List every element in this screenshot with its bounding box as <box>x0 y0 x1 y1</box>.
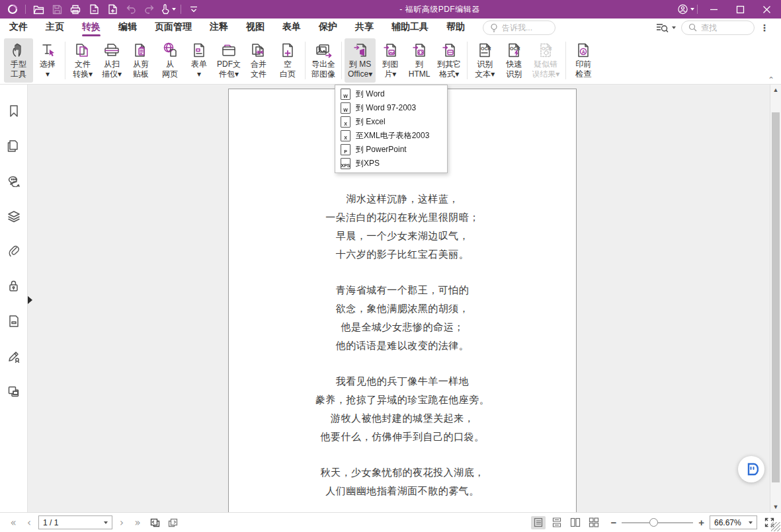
page-thumbnails-icon[interactable] <box>6 138 22 154</box>
redo-icon[interactable] <box>141 1 158 17</box>
to-other-format-button[interactable]: 到其它 格式▾ <box>434 38 464 83</box>
blank-page-button[interactable]: 空 白页 <box>273 38 302 83</box>
single-page-view-button[interactable] <box>531 516 546 529</box>
from-clipboard-button[interactable]: 从剪 贴板 <box>126 38 155 83</box>
continuous-view-button[interactable] <box>550 516 564 529</box>
close-button[interactable] <box>753 0 780 19</box>
menu-item-to-word[interactable]: W 到 Word <box>335 87 447 101</box>
search-icon <box>688 23 697 32</box>
menu-item-to-excel[interactable]: X 到 Excel <box>335 115 447 129</box>
tell-me-input[interactable] <box>502 23 548 32</box>
tab-home[interactable]: 主页 <box>46 19 64 36</box>
chevron-down-icon <box>672 26 676 29</box>
tab-comment[interactable]: 注释 <box>210 19 228 36</box>
tab-convert[interactable]: 转换 <box>82 19 101 36</box>
maximize-button[interactable] <box>727 0 753 19</box>
hand-tool-button[interactable]: 手型 工具 <box>4 38 33 83</box>
expand-panel-arrow[interactable] <box>28 296 32 304</box>
excel-file-icon: X <box>341 130 350 141</box>
separator <box>181 5 181 14</box>
collapse-ribbon-icon[interactable]: ⌃ <box>768 76 774 84</box>
xps-file-icon: XPS <box>341 158 350 169</box>
scrollbar-thumb[interactable] <box>772 112 780 482</box>
find-search[interactable] <box>681 20 755 35</box>
touch-mode-icon[interactable] <box>159 1 177 17</box>
facing-continuous-view-button[interactable] <box>587 516 601 529</box>
poem-line: 欲念，象他满腮浓黑的胡须， <box>229 299 576 318</box>
tab-accessibility[interactable]: 辅助工具 <box>391 19 429 36</box>
ai-assistant-button[interactable] <box>738 456 764 482</box>
tab-protect[interactable]: 保护 <box>319 19 337 36</box>
zoom-slider[interactable] <box>622 522 693 523</box>
tab-file[interactable]: 文件 <box>9 19 28 36</box>
menu-item-to-xml-spreadsheet-2003[interactable]: X 至XML电子表格2003 <box>335 129 447 143</box>
destinations-icon[interactable] <box>6 313 22 329</box>
account-icon[interactable] <box>677 1 694 17</box>
customize-toolbar-icon[interactable] <box>185 1 202 17</box>
security-icon[interactable] <box>6 278 22 294</box>
from-scanner-icon <box>103 41 120 59</box>
menu-item-to-xps[interactable]: XPS 到XPS <box>335 157 447 171</box>
form-button[interactable]: 表单 ▾ <box>185 38 214 83</box>
recognize-text-button[interactable]: OCR 识别 文本▾ <box>470 38 499 83</box>
from-web-button[interactable]: 从 网页 <box>155 38 185 83</box>
minimize-button[interactable] <box>700 0 727 19</box>
print-icon[interactable] <box>67 1 84 17</box>
signatures-icon[interactable] <box>6 348 22 364</box>
menu-item-to-word-97-2003[interactable]: W 到 Word 97-2003 <box>335 101 447 115</box>
vertical-scrollbar[interactable]: ▲ ▼ <box>770 85 781 512</box>
zoom-level-select[interactable]: 66.67% <box>710 515 757 529</box>
zoom-in-button[interactable]: + <box>698 517 704 528</box>
to-ms-office-button[interactable]: 到 MS Office▾ <box>345 38 376 83</box>
tab-share[interactable]: 共享 <box>355 19 374 36</box>
page-indicator-select[interactable]: 1 / 1 <box>38 515 112 529</box>
find-input[interactable] <box>701 23 747 32</box>
select-tool-button[interactable]: 选择 ▾ <box>33 38 62 83</box>
tab-form[interactable]: 表单 <box>282 19 301 36</box>
scrollbar-track[interactable] <box>770 95 781 502</box>
new-document-icon[interactable] <box>104 1 121 17</box>
layers-icon[interactable] <box>6 208 22 224</box>
first-page-button[interactable]: « <box>7 517 20 529</box>
create-pdf-icon[interactable] <box>85 1 103 17</box>
preflight-button[interactable]: A 印前 检查 <box>569 38 598 83</box>
zoom-out-button[interactable]: − <box>610 517 616 528</box>
advanced-search-icon[interactable] <box>656 22 676 33</box>
tell-me-search[interactable] <box>483 20 555 35</box>
next-view-icon[interactable] <box>165 515 181 530</box>
facing-view-button[interactable] <box>568 516 583 529</box>
to-html-button[interactable]: 到 HTML <box>405 38 434 83</box>
pdf-portfolio-button[interactable]: PDF文 件包▾ <box>214 38 244 83</box>
next-page-button[interactable]: › <box>115 517 128 529</box>
combine-files-icon <box>250 41 267 59</box>
save-icon[interactable] <box>48 1 65 17</box>
scroll-down-arrow[interactable]: ▼ <box>770 502 781 512</box>
combine-files-button[interactable]: 合并 文件 <box>244 38 273 83</box>
previous-page-button[interactable]: ‹ <box>22 517 36 529</box>
undo-icon[interactable] <box>122 1 140 17</box>
menu-item-label: 到 Word <box>356 89 385 100</box>
open-file-icon[interactable] <box>30 1 47 17</box>
more-options-icon[interactable]: ⋮ <box>760 22 769 33</box>
export-all-images-button[interactable]: 导出全 部图像 <box>308 38 339 83</box>
attachments-icon[interactable] <box>6 243 22 259</box>
tab-view[interactable]: 视图 <box>246 19 265 36</box>
last-page-button[interactable]: » <box>131 517 144 529</box>
convert-file-button[interactable]: 文件 转换▾ <box>68 38 97 83</box>
to-image-button[interactable]: 到图 片▾ <box>376 38 405 83</box>
tab-edit[interactable]: 编辑 <box>118 19 137 36</box>
articles-icon[interactable] <box>6 383 22 399</box>
tab-organize[interactable]: 页面管理 <box>155 19 192 36</box>
bookmarks-icon[interactable] <box>6 103 22 119</box>
tab-help[interactable]: 帮助 <box>446 19 465 36</box>
zoom-slider-handle[interactable] <box>649 518 658 527</box>
quick-recognize-button[interactable]: OCR 快速 识别 <box>499 38 528 83</box>
hand-tool-icon <box>10 41 27 59</box>
scroll-up-arrow[interactable]: ▲ <box>770 85 781 95</box>
menu-item-to-powerpoint[interactable]: P 到 PowerPoint <box>335 143 447 157</box>
comments-icon[interactable] <box>6 173 22 189</box>
bulb-icon <box>490 23 498 32</box>
from-scanner-button[interactable]: 从扫 描仪▾ <box>97 38 126 83</box>
previous-view-icon[interactable] <box>147 515 163 530</box>
resize-grip[interactable] <box>771 522 780 531</box>
